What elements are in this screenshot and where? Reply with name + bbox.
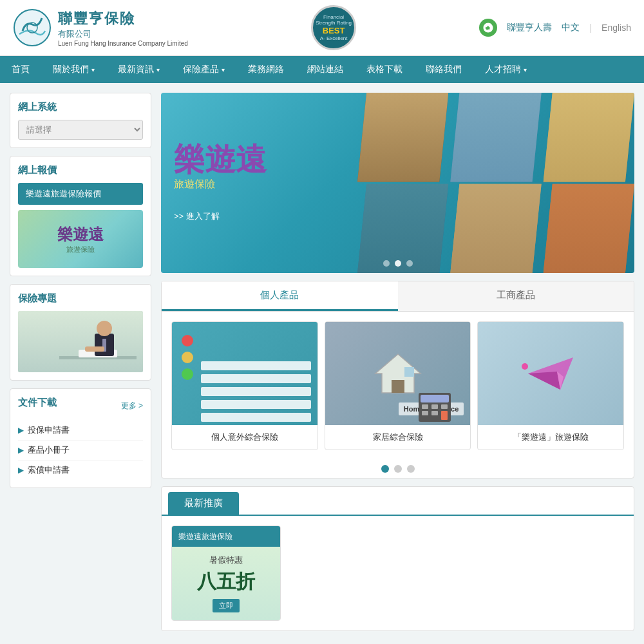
product-dot-2[interactable]: [394, 465, 402, 473]
product-card-traffic[interactable]: 個人意外綜合保險: [171, 321, 318, 450]
nav-products[interactable]: 保險產品 ▾: [171, 56, 236, 83]
promo-card[interactable]: 樂遊遠旅遊保險 暑假特惠 八五折 立即: [171, 526, 281, 621]
latest-tab[interactable]: 最新推廣: [168, 492, 239, 515]
product-card-travel[interactable]: 「樂遊遠」旅遊保險: [477, 321, 624, 450]
doc-arrow-3: ▶: [18, 466, 24, 475]
online-system-title: 網上系統: [18, 101, 143, 113]
stripe-2: [201, 374, 311, 383]
promo-card-body: 暑假特惠 八五折 立即: [172, 547, 280, 620]
nav-about-arrow: ▾: [91, 66, 95, 73]
latest-section: 最新推廣 樂遊遠旅遊保險 暑假特惠 八五折 立即: [161, 486, 634, 631]
promo-sale-text: 暑假特惠: [180, 554, 272, 566]
crosswalk-stripes: [194, 361, 317, 425]
stripe-3: [201, 387, 311, 396]
promo-title: 樂遊遠旅遊保險: [178, 532, 232, 541]
online-system-select[interactable]: 請選擇: [18, 120, 143, 140]
main-content: 樂遊遠 旅遊保險 >> 進入了解: [161, 93, 634, 631]
header: 聯豐亨保險 有限公司 Luen Fung Hang Insurance Comp…: [0, 0, 644, 56]
tab-personal[interactable]: 個人產品: [162, 281, 398, 311]
main-nav: 首頁 關於我們 ▾ 最新資訊 ▾ 保險產品 ▾ 業務網絡 網站連結 表格下載 聯…: [0, 56, 644, 83]
traffic-light: [182, 335, 193, 380]
calculator-icon: [419, 393, 451, 422]
nav-home[interactable]: 首頁: [0, 56, 41, 83]
wechat-label[interactable]: 聯豐亨人壽: [507, 22, 552, 33]
doc-item-application[interactable]: ▶ 投保申請書: [18, 421, 143, 440]
nav-contact[interactable]: 聯絡我們: [414, 56, 473, 83]
nav-recruitment[interactable]: 人才招聘 ▾: [473, 56, 538, 83]
tab-business[interactable]: 工商產品: [398, 281, 634, 311]
insurance-topic-image: [18, 311, 143, 372]
insurance-topic-title: 保險專題: [18, 292, 143, 305]
hero-subtitle: 旅遊保險: [174, 178, 345, 191]
svg-point-0: [14, 10, 50, 46]
svg-rect-17: [431, 411, 438, 415]
docs-more[interactable]: 更多 >: [121, 401, 143, 412]
doc-arrow-1: ▶: [18, 426, 24, 435]
product-label-home: 家居綜合保險: [325, 425, 471, 450]
quote-button[interactable]: 樂遊遠旅遊保險報價: [18, 183, 143, 205]
lang-english[interactable]: English: [601, 23, 631, 33]
hero-link[interactable]: >> 進入了解: [174, 211, 345, 222]
sidebar-promo-banner[interactable]: 樂遊遠 旅遊保險: [18, 210, 143, 268]
docs-title: 文件下載: [18, 397, 57, 409]
svg-rect-18: [441, 411, 448, 420]
hero-img-pyramid: [544, 93, 634, 182]
doc-header: 文件下載 更多 >: [18, 397, 143, 415]
wechat-icon[interactable]: [479, 19, 497, 37]
promo-card-header: 樂遊遠旅遊保險: [172, 526, 280, 547]
nav-about[interactable]: 關於我們 ▾: [41, 56, 106, 83]
doc-label-2: 產品小冊子: [28, 444, 70, 456]
product-img-home: Home Insurance: [325, 322, 471, 425]
product-dot-3[interactable]: [407, 465, 415, 473]
products-section: 個人產品 工商產品: [161, 281, 634, 478]
home-visual: Home Insurance: [325, 322, 471, 425]
hero-img-colosseum: [450, 184, 541, 274]
main-layout: 網上系統 請選擇 網上報價 樂遊遠旅遊保險報價 樂遊遠 旅遊保險 保險專題: [0, 83, 644, 641]
latest-tab-bar: 最新推廣: [162, 487, 634, 516]
header-right: 聯豐亨人壽 中文 | English: [479, 19, 631, 37]
product-card-home[interactable]: Home Insurance: [325, 321, 471, 450]
latest-content: 樂遊遠旅遊保險 暑假特惠 八五折 立即: [162, 516, 634, 630]
promo-btn[interactable]: 立即: [213, 599, 240, 612]
doc-label-1: 投保申請書: [28, 424, 70, 436]
doc-item-brochure[interactable]: ▶ 產品小冊子: [18, 440, 143, 460]
nav-links[interactable]: 網站連結: [296, 56, 355, 83]
nav-news[interactable]: 最新資訊 ▾: [106, 56, 171, 83]
doc-item-claim[interactable]: ▶ 索償申請書: [18, 460, 143, 480]
hero-banner[interactable]: 樂遊遠 旅遊保險 >> 進入了解: [161, 93, 634, 273]
lang-chinese[interactable]: 中文: [562, 22, 580, 33]
svg-rect-14: [431, 404, 438, 409]
logo-english: Luen Fung Hang Insurance Company Limited: [58, 40, 188, 47]
svg-rect-15: [441, 404, 448, 409]
hero-img-forbiddencity: [357, 93, 448, 182]
hero-dots: [383, 260, 413, 267]
product-dots: [162, 460, 634, 478]
svg-rect-10: [404, 367, 414, 377]
tl-green: [182, 368, 193, 380]
doc-label-3: 索償申請書: [28, 464, 70, 476]
logo-icon: [13, 8, 52, 47]
svg-rect-7: [85, 346, 104, 352]
crosswalk: [194, 322, 317, 425]
promo-big-text: 八五折: [180, 569, 272, 595]
svg-rect-12: [421, 395, 449, 402]
hero-dot-2[interactable]: [395, 260, 401, 267]
logo-area: 聯豐亨保險 有限公司 Luen Fung Hang Insurance Comp…: [13, 8, 188, 47]
product-dot-1[interactable]: [381, 465, 389, 473]
hero-dot-3[interactable]: [406, 260, 413, 267]
nav-downloads[interactable]: 表格下載: [355, 56, 414, 83]
product-label-travel: 「樂遊遠」旅遊保險: [478, 425, 623, 450]
product-label-traffic: 個人意外綜合保險: [172, 425, 317, 450]
lang-divider: |: [589, 23, 592, 33]
house-icon: [372, 351, 424, 396]
hero-dot-1[interactable]: [383, 260, 390, 267]
svg-rect-16: [422, 411, 428, 415]
sidebar: 網上系統 請選擇 網上報價 樂遊遠旅遊保險報價 樂遊遠 旅遊保險 保險專題: [10, 93, 151, 631]
hero-title: 樂遊遠: [174, 144, 345, 175]
stripe-5: [201, 413, 311, 422]
logo-chinese: 聯豐亨保險: [58, 9, 188, 28]
nav-network[interactable]: 業務網絡: [236, 56, 296, 83]
products-tabs: 個人產品 工商產品: [162, 281, 634, 312]
person-at-desk-svg: [59, 314, 137, 372]
stripe-4: [201, 400, 311, 409]
